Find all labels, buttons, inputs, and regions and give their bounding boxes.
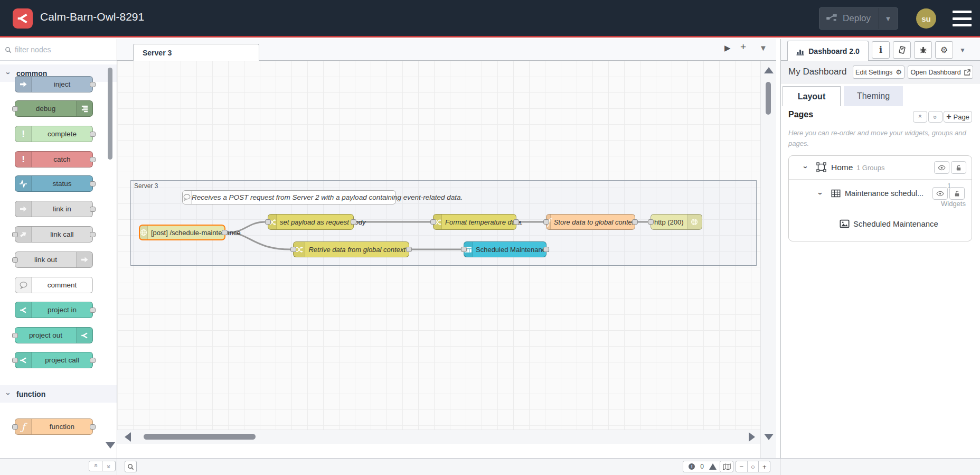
output-port[interactable] [406,247,412,252]
output-port[interactable] [90,207,96,212]
tree-row-page-home[interactable]: › Home 1 Groups [789,156,972,180]
zoom-reset-button[interactable]: ○ [747,461,759,472]
palette-filter[interactable]: filter nodes [0,39,117,61]
expand-all-button[interactable]: » [928,111,943,123]
sidebar-options-caret[interactable]: ▼ [959,46,966,54]
help-tab-button[interactable] [893,41,911,59]
palette-node-complete[interactable]: ! complete [15,126,93,142]
tree-row-group-maintenance[interactable]: › Maintenance schedul... 1 Widgets [789,180,972,209]
input-port[interactable] [12,106,18,111]
output-port[interactable] [90,157,96,162]
output-port[interactable] [632,219,638,225]
flow-node-http-in[interactable]: [post] /schedule-maintenance [139,225,225,240]
next-tab-icon[interactable]: ▶ [724,43,731,53]
scroll-up-arrow[interactable] [764,67,774,73]
main-menu-button[interactable] [953,11,972,26]
input-port[interactable] [12,333,18,338]
open-dashboard-button[interactable]: Open Dashboard [908,66,973,79]
palette-node-function[interactable]: ƒ function [15,418,93,435]
input-port[interactable] [543,219,549,225]
tree-row-widget-scheduled-maintenance[interactable]: Scheduled Maintenance [789,209,972,239]
canvas-hscrollbar[interactable] [144,434,256,440]
output-port[interactable] [90,82,96,87]
palette-node-catch[interactable]: ! catch [15,151,93,167]
user-avatar[interactable]: su [916,8,936,29]
search-icon [5,46,12,53]
palette-node-project-call[interactable]: project call [15,352,93,368]
flow-node-change-set-payload[interactable]: set payload as request body [268,214,354,230]
scroll-right-arrow[interactable] [749,432,755,442]
palette-node-inject[interactable]: inject [15,76,93,92]
add-flow-button[interactable]: + [740,41,746,53]
palette-node-project-out[interactable]: project out [15,327,93,343]
output-port[interactable] [513,219,519,225]
deploy-button[interactable]: Deploy ▼ [819,7,898,30]
output-port[interactable] [351,219,356,225]
collapse-all-button[interactable]: » [913,111,927,123]
input-port[interactable] [12,358,18,363]
output-port[interactable] [222,230,228,235]
output-port[interactable] [543,247,549,252]
add-page-button[interactable]: + Page [944,111,972,123]
palette-node-link-call[interactable]: link call [15,226,93,243]
flow-node-change-format-temp[interactable]: Format temperature data. [433,214,516,230]
sidebar: Dashboard 2.0 i ⚙ ▼ My Dashboard Edit Se… [780,39,980,458]
zoom-in-button[interactable]: + [758,461,770,472]
palette-node-link-in[interactable]: link in [15,201,93,217]
globe-icon [140,226,148,239]
input-port[interactable] [12,232,18,237]
flow-node-table-widget[interactable]: Scheduled Maintenance [464,241,546,257]
output-port[interactable] [90,181,96,187]
info-tab-button[interactable]: i [872,41,890,59]
output-port[interactable] [90,132,96,137]
output-port[interactable] [90,308,96,313]
palette-node-project-in[interactable]: project in [15,302,93,318]
palette-expand-all-button[interactable]: » [102,461,116,471]
minimap-button[interactable] [720,461,733,472]
input-port[interactable] [12,257,18,263]
flow-node-function-store-data[interactable]: ƒ Store data to global context [546,214,635,230]
flow-node-comment[interactable]: Receives a POST request from Server 2 wi… [182,190,396,204]
chevron-down-icon[interactable]: › [816,192,825,195]
input-port[interactable] [430,219,436,225]
flow-list-caret[interactable]: ▼ [759,43,767,52]
edit-settings-button[interactable]: Edit Settings ⚙ [853,66,904,79]
deploy-options-caret[interactable]: ▼ [878,8,898,29]
palette-category-function[interactable]: › function [0,385,117,403]
flow-node-change-retrieve-data[interactable]: Retrive data from global context [293,241,409,257]
flow-canvas[interactable]: Server 3 Receives a POST request from Se… [117,61,760,444]
canvas-vscrollbar[interactable] [766,82,771,115]
flow-node-http-response[interactable]: http (200) [651,214,702,230]
workspace-tab-server3[interactable]: Server 3 [133,44,259,61]
output-port[interactable] [90,424,96,430]
visibility-button[interactable] [932,187,948,200]
zoom-out-button[interactable]: − [736,461,747,472]
palette-collapse-all-button[interactable]: » [89,461,102,471]
chevron-down-icon[interactable]: › [802,166,811,169]
debug-tab-button[interactable] [914,41,932,59]
canvas-search-button[interactable] [125,461,137,472]
input-port[interactable] [12,424,18,430]
input-port[interactable] [265,219,271,225]
palette-node-debug[interactable]: debug [15,100,93,117]
sidebar-tab-dashboard[interactable]: Dashboard 2.0 [787,41,869,61]
palette-scrollbar[interactable] [108,68,112,160]
dashboard-tab-layout[interactable]: Layout [783,86,841,106]
palette-node-link-out[interactable]: link out [15,252,93,268]
input-port[interactable] [648,219,654,225]
table-icon [831,189,841,198]
unlock-button[interactable] [949,187,965,200]
scroll-down-arrow[interactable] [764,434,774,440]
input-port[interactable] [461,247,467,252]
dashboard-tab-theming[interactable]: Theming [844,86,903,106]
output-port[interactable] [90,358,96,363]
palette-node-status[interactable]: status [15,175,93,192]
palette-scroll-down-arrow[interactable] [106,442,115,449]
palette-node-comment[interactable]: comment [15,277,93,293]
scroll-left-arrow[interactable] [125,432,131,442]
input-port[interactable] [290,247,296,252]
unlock-button[interactable] [951,161,966,174]
config-tab-button[interactable]: ⚙ [935,41,953,59]
visibility-button[interactable] [934,161,949,174]
output-port[interactable] [90,232,96,237]
